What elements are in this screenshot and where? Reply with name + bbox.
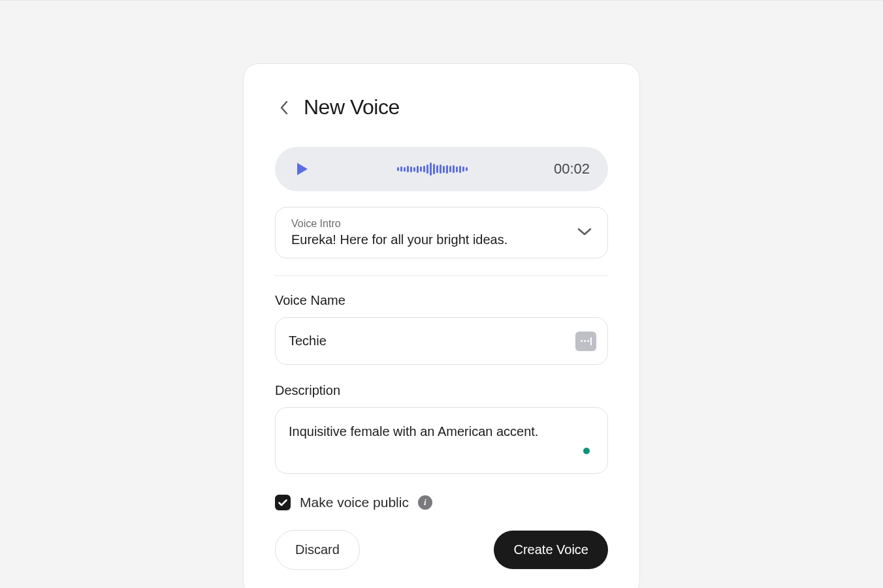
info-icon[interactable]: i	[418, 495, 432, 510]
make-public-checkbox[interactable]	[275, 495, 291, 510]
new-voice-card: New Voice	[243, 63, 640, 588]
create-voice-button[interactable]: Create Voice	[494, 531, 608, 569]
page-title: New Voice	[304, 95, 400, 119]
button-row: Discard Create Voice	[275, 530, 608, 570]
dropdown-content: Voice Intro Eureka! Here for all your br…	[291, 218, 507, 247]
check-icon	[278, 499, 287, 506]
back-button[interactable]	[275, 99, 293, 117]
chevron-down-icon	[577, 227, 592, 239]
description-label: Description	[275, 383, 608, 398]
make-public-label: Make voice public	[300, 495, 409, 510]
status-indicator-icon	[583, 448, 590, 454]
voice-intro-label: Voice Intro	[291, 218, 507, 230]
audio-waveform[interactable]	[397, 161, 468, 177]
description-input[interactable]	[275, 407, 608, 474]
voice-name-wrapper	[275, 317, 608, 365]
chevron-left-icon	[280, 101, 289, 115]
make-public-row: Make voice public i	[275, 495, 608, 510]
voice-name-input[interactable]	[275, 317, 608, 365]
play-icon	[296, 162, 309, 176]
divider	[275, 275, 608, 276]
header: New Voice	[275, 95, 608, 119]
voice-name-label: Voice Name	[275, 293, 608, 308]
audio-timestamp: 00:02	[554, 161, 590, 178]
voice-intro-dropdown[interactable]: Voice Intro Eureka! Here for all your br…	[275, 207, 608, 258]
discard-button[interactable]: Discard	[275, 530, 360, 570]
description-wrapper	[275, 407, 608, 476]
voice-intro-value: Eureka! Here for all your bright ideas.	[291, 232, 507, 247]
password-manager-icon[interactable]	[575, 332, 596, 351]
play-button[interactable]	[293, 160, 312, 178]
audio-player: 00:02	[275, 147, 608, 191]
